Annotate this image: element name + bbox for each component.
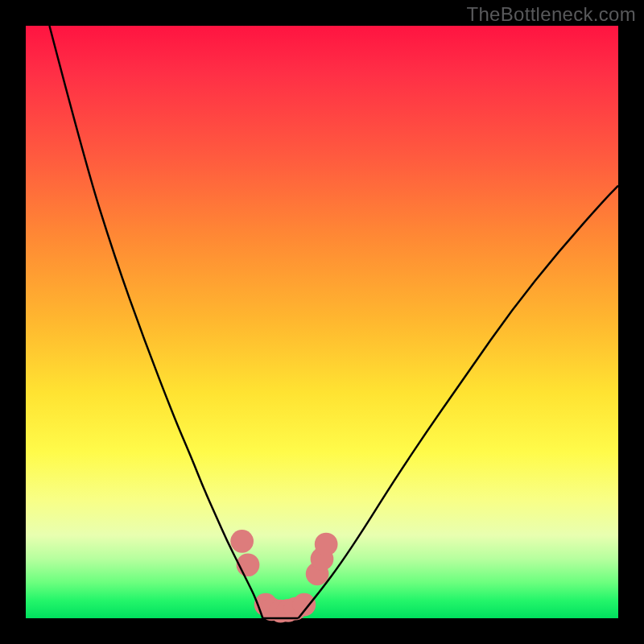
- cluster-point: [230, 530, 254, 553]
- plot-area: [26, 26, 618, 618]
- cluster-point: [315, 533, 338, 556]
- cluster-point: [293, 593, 316, 617]
- watermark-text: TheBottleneck.com: [466, 3, 636, 26]
- curve-right: [299, 186, 618, 618]
- curve-layer: [26, 26, 618, 618]
- cluster-points: [230, 530, 337, 623]
- chart-frame: TheBottleneck.com: [0, 0, 644, 644]
- curve-left: [49, 26, 262, 618]
